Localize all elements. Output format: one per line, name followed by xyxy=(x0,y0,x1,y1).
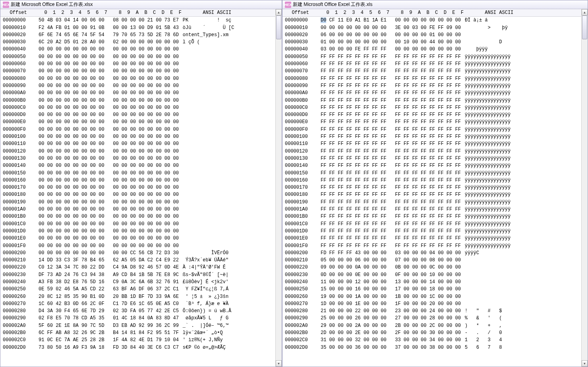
hex-cell[interactable]: 00 00 00 00 00 00 00 00 00 00 00 00 00 0… xyxy=(36,133,181,140)
hex-row[interactable]: 00000070FF FF FF FF FF FF FF FF FF FF FF… xyxy=(282,68,588,75)
hex-row[interactable]: 0000028021 00 00 00 22 00 00 00 23 00 00… xyxy=(282,307,588,315)
ascii-cell[interactable]: ÿÿÿÿÿÿÿÿÿÿÿÿÿÿÿÿ xyxy=(463,155,512,162)
ascii-cell[interactable]: `B³ f, Á}æ e ¥À xyxy=(181,300,230,307)
hex-row[interactable]: 00000010F2 4A FB 01 00 00 91 0B 00 00 13… xyxy=(0,24,282,31)
hex-cell[interactable]: FF FF FF FF FF FF FF FF FF FF FF FF FF F… xyxy=(318,104,463,111)
hex-cell[interactable]: 00 00 00 00 00 00 00 00 00 00 00 00 00 0… xyxy=(36,89,181,97)
ascii-cell[interactable]: ýÿÿÿC xyxy=(463,249,512,257)
ascii-cell[interactable] xyxy=(181,53,230,60)
hex-row[interactable]: 00000190FF FF FF FF FF FF FF FF FF FF FF… xyxy=(282,199,588,206)
hex-row[interactable]: 0000004003 00 00 00 FE FF FF FF 00 00 00… xyxy=(282,46,588,53)
ascii-cell[interactable]: ÿÿÿÿÿÿÿÿÿÿÿÿÿÿÿÿ xyxy=(463,104,512,111)
hex-row[interactable]: 000000B000 00 00 00 00 00 00 00 00 00 00… xyxy=(0,97,282,104)
hex-row[interactable]: 0000017000 00 00 00 00 00 00 00 00 00 00… xyxy=(0,184,282,191)
ascii-cell[interactable]: % & ' ( xyxy=(463,315,512,322)
hex-cell[interactable]: 00 00 00 00 00 00 00 00 00 00 00 00 00 0… xyxy=(36,206,181,213)
scroll-up-icon[interactable]: ▲ xyxy=(582,9,588,15)
hex-cell[interactable]: 00 00 00 00 00 00 00 00 00 00 00 00 00 0… xyxy=(36,46,181,53)
ascii-cell[interactable]: ÿÿÿÿÿÿÿÿÿÿÿÿÿÿÿÿ xyxy=(463,89,512,97)
ascii-cell[interactable] xyxy=(181,220,230,228)
ascii-cell[interactable]: D xyxy=(463,39,512,46)
hex-row[interactable]: 0000015000 00 00 00 00 00 00 00 00 00 00… xyxy=(0,170,282,177)
hex-row[interactable]: 000000E0FF FF FF FF FF FF FF FF FF FF FF… xyxy=(282,118,588,126)
scroll-thumb[interactable] xyxy=(582,15,587,39)
hex-cell[interactable]: FF FF FF FF FF FF FF FF FF FF FF FF FF F… xyxy=(318,206,463,213)
hex-row[interactable]: 0000029002 F8 E5 70 78 CD A5 35 01 4C 18… xyxy=(0,315,282,322)
hex-row[interactable]: 000001E000 00 00 00 00 00 00 00 00 00 00… xyxy=(0,235,282,242)
hex-row[interactable]: 0000002006 00 00 00 00 00 00 00 00 00 00… xyxy=(282,31,588,39)
ascii-cell[interactable] xyxy=(181,206,230,213)
ascii-cell[interactable] xyxy=(181,155,230,162)
ascii-cell[interactable] xyxy=(181,126,230,133)
hex-cell[interactable]: 00 00 00 00 00 00 00 00 00 00 00 00 00 0… xyxy=(36,228,181,235)
hex-cell[interactable]: FF FF FF FF FF FF FF FF FF FF FF FF FF F… xyxy=(318,140,463,147)
ascii-cell[interactable]: ÿÿÿÿÿÿÿÿÿÿÿÿÿÿÿÿ xyxy=(463,191,512,198)
hex-cell[interactable]: FF FF FF FF FF FF FF FF FF FF FF FF FF F… xyxy=(318,111,463,118)
ascii-cell[interactable]: ÿÿÿÿÿÿÿÿÿÿÿÿÿÿÿÿ xyxy=(463,133,512,140)
ascii-cell[interactable]: ÿÿÿÿÿÿÿÿÿÿÿÿÿÿÿÿ xyxy=(463,220,512,228)
hex-cell[interactable]: FF FF FF FF FF FF FF FF FF FF FF FF FF F… xyxy=(318,170,463,177)
ascii-cell[interactable]: ÌVËrÓ0 xyxy=(181,249,230,257)
hex-row[interactable]: 000002A029 00 00 00 2A 00 00 00 2B 00 00… xyxy=(282,322,588,329)
hex-row[interactable]: 000000D000 00 00 00 00 00 00 00 00 00 00… xyxy=(0,111,282,118)
hex-row[interactable]: 000001F0FF FF FF FF FF FF FF FF FF FF FF… xyxy=(282,242,588,249)
hex-row[interactable]: 000002D073 80 50 16 A9 F3 9A 18 FD 3D 84… xyxy=(0,344,282,351)
hex-cell[interactable]: 03 00 00 00 FE FF FF FF 00 00 00 00 00 0… xyxy=(318,46,463,53)
hex-row[interactable]: 000001A0FF FF FF FF FF FF FF FF FF FF FF… xyxy=(282,206,588,213)
ascii-cell[interactable]: 5 6 7 8 xyxy=(463,344,512,351)
hex-row[interactable]: 000002701D 00 00 00 1E 00 00 00 1F 00 00… xyxy=(282,300,588,307)
hex-cell[interactable]: FF FF FF FF FF FF FF FF FF FF FF FF FF F… xyxy=(318,220,463,228)
ascii-cell[interactable]: - . / 0 xyxy=(463,329,512,336)
ascii-cell[interactable]: ÿÿÿÿÿÿÿÿÿÿÿÿÿÿÿÿ xyxy=(463,140,512,147)
scroll-down-icon[interactable]: ▼ xyxy=(582,360,588,367)
hex-cell[interactable]: 00 00 00 00 00 00 00 00 00 00 00 00 00 0… xyxy=(36,53,181,60)
hex-row[interactable]: 0000006000 00 00 00 00 00 00 00 00 00 00… xyxy=(0,60,282,68)
hex-cell[interactable]: 02 F8 E5 70 78 CD A5 35 01 4C 18 84 0A 8… xyxy=(36,315,181,322)
ascii-cell[interactable]: ' ¦5 ± » ¿}3šn xyxy=(181,293,230,300)
hex-cell[interactable]: 19 00 00 00 1A 00 00 00 1B 00 00 00 1C 0… xyxy=(318,293,463,300)
hex-cell[interactable]: 0D 00 00 00 0E 00 00 00 0F 00 00 00 10 0… xyxy=(318,271,463,278)
hex-row[interactable]: 00000230DF 73 AD 24 76 C3 94 38 A9 CD B4… xyxy=(0,271,282,278)
hex-cell[interactable]: 00 00 00 00 00 00 00 00 00 00 00 00 00 0… xyxy=(36,170,181,177)
ascii-cell[interactable]: ÿÿÿÿÿÿÿÿÿÿÿÿÿÿÿÿ xyxy=(463,126,512,133)
hex-cell[interactable]: 00 00 00 00 00 00 00 00 00 00 00 00 00 0… xyxy=(36,140,181,147)
ascii-cell[interactable] xyxy=(181,199,230,206)
hex-cell[interactable]: FF FF FF FF FF FF FF FF FF FF FF FF FF F… xyxy=(318,133,463,140)
hex-cell[interactable]: 1D 00 00 00 1E 00 00 00 1F 00 00 00 20 0… xyxy=(318,300,463,307)
hex-row[interactable]: 0000024011 00 00 00 12 00 00 00 13 00 00… xyxy=(282,278,588,286)
hex-cell[interactable]: 00 00 00 00 00 00 00 00 3E 00 03 00 FE F… xyxy=(318,24,463,31)
hex-cell[interactable]: 00 00 00 00 00 00 00 00 00 00 00 00 00 0… xyxy=(36,82,181,89)
ascii-cell[interactable]: lÿ«¨2&œ+´ „ò•Q xyxy=(181,329,224,336)
hex-cell[interactable]: 5F 60 2E 1E 8A 90 7C 5D D3 EB AD 92 99 3… xyxy=(36,322,181,329)
hex-cell[interactable]: 00 00 00 00 00 00 00 00 00 00 00 00 00 0… xyxy=(36,75,181,82)
hex-cell[interactable]: FF FF FF FF FF FF FF FF FF FF FF FF FF F… xyxy=(318,155,463,162)
hex-row[interactable]: 0000007000 00 00 00 00 00 00 00 00 00 00… xyxy=(0,68,282,75)
hex-cell[interactable]: FF FF FF FF FF FF FF FF FF FF FF FF FF F… xyxy=(318,184,463,191)
ascii-cell[interactable] xyxy=(181,228,230,235)
hex-row[interactable]: 0000012000 00 00 00 00 00 00 00 00 00 00… xyxy=(0,148,282,155)
hex-cell[interactable]: 50 4B 03 04 14 00 06 00 08 00 00 00 21 0… xyxy=(36,17,181,24)
hex-row[interactable]: 00000240A3 FB 38 D2 E8 76 5D 16 C9 0A 3C… xyxy=(0,278,282,286)
hex-cell[interactable]: 00 00 00 00 00 00 00 00 00 00 CC 56 CB 7… xyxy=(36,249,181,257)
ascii-cell[interactable] xyxy=(463,293,512,300)
hex-row[interactable]: 000000B0FF FF FF FF FF FF FF FF FF FF FF… xyxy=(282,97,588,104)
ascii-cell[interactable] xyxy=(181,46,230,53)
hex-row[interactable]: 00000000D0 CF 11 E0 A1 B1 1A E1 00 00 00… xyxy=(282,17,588,24)
hex-row[interactable]: 00000110FF FF FF FF FF FF FF FF FF FF FF… xyxy=(282,140,588,147)
ascii-cell[interactable]: l çÕ ( xyxy=(181,39,233,46)
ascii-cell[interactable]: ÿÿÿÿÿÿÿÿÿÿÿÿÿÿÿÿ xyxy=(463,184,512,191)
hex-row[interactable]: 0000011000 00 00 00 00 00 00 00 00 00 00… xyxy=(0,140,282,147)
hex-row[interactable]: 000001E0FF FF FF FF FF FF FF FF FF FF FF… xyxy=(282,235,588,242)
hex-cell[interactable]: 25 00 00 00 26 00 00 00 27 00 00 00 28 0… xyxy=(318,315,463,322)
hex-cell[interactable]: 21 00 00 00 22 00 00 00 23 00 00 00 24 0… xyxy=(318,307,463,315)
hex-cell[interactable]: FF FF FF FF FF FF FF FF FF FF FF FF FF F… xyxy=(318,89,463,97)
hex-row[interactable]: 000001F000 00 00 00 00 00 00 00 00 00 00… xyxy=(0,242,282,249)
hex-row[interactable]: 000000F000 00 00 00 00 00 00 00 00 00 00… xyxy=(0,126,282,133)
ascii-cell[interactable]: ÿÿÿÿÿÿÿÿÿÿÿÿÿÿÿÿ xyxy=(463,68,512,75)
hex-cell[interactable]: F2 4A FB 01 00 00 91 0B 00 00 13 00 D9 0… xyxy=(36,24,181,31)
titlebar-left[interactable]: HEX 新建 Microsoft Office Excel 工作表.xlsx xyxy=(0,0,282,9)
hex-row[interactable]: 0000013000 00 00 00 00 00 00 00 00 00 00… xyxy=(0,155,282,162)
hex-row[interactable]: 0000026019 00 00 00 1A 00 00 00 1B 00 00… xyxy=(282,293,588,300)
hex-cell[interactable]: 35 00 00 00 36 00 00 00 37 00 00 00 38 0… xyxy=(318,344,463,351)
ascii-cell[interactable] xyxy=(181,97,230,104)
